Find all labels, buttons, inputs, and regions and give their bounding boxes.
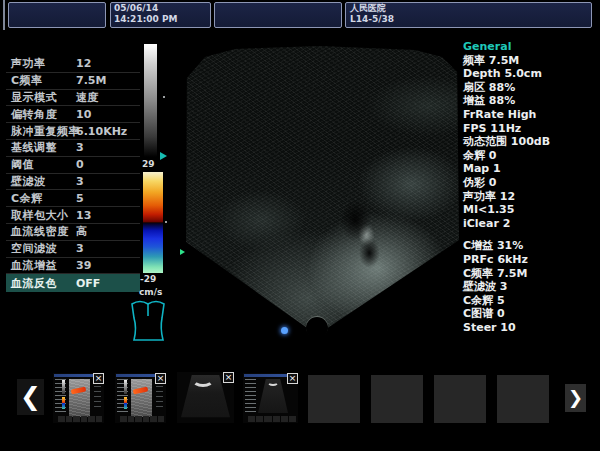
probe-model: L14-5/38 (350, 14, 394, 25)
datetime-time: 14:21:00 PM (114, 14, 177, 25)
param-label: 阈值 (11, 157, 34, 172)
param-row-8[interactable]: C余辉5 (6, 190, 140, 207)
thumb-ministrip (248, 416, 296, 422)
param-row-7[interactable]: 壁滤波3 (6, 174, 140, 191)
thumb-us-area (69, 379, 90, 417)
thumb-graybar (124, 380, 127, 394)
param-value: 13 (76, 209, 91, 222)
close-icon[interactable]: × (155, 373, 166, 384)
param-value: 速度 (76, 90, 98, 105)
body-marker-icon[interactable] (126, 296, 172, 350)
color-param-line-5: C图谱 0 (463, 307, 595, 321)
thumb-right-text (156, 381, 163, 411)
thumbnail-slot-empty-2 (371, 375, 423, 423)
general-param-line-9: 伪彩 0 (463, 176, 595, 190)
filmstrip-next-button[interactable]: ❯ (565, 384, 586, 412)
thumbnail-clip-2[interactable]: × (115, 373, 166, 423)
param-row-6[interactable]: 阈值0 (6, 157, 140, 174)
param-row-2[interactable]: 显示模式速度 (6, 90, 140, 107)
general-param-line-12: iClear 2 (463, 217, 595, 231)
close-icon[interactable]: × (93, 373, 104, 384)
param-label: 声功率 (11, 56, 46, 71)
close-icon[interactable]: × (223, 372, 234, 383)
probe-apex-notch (306, 317, 328, 339)
ultrasound-screen: 05/06/14 14:21:00 PM 人民医院 L14-5/38 声功率12… (0, 0, 600, 451)
close-icon[interactable]: × (287, 373, 298, 384)
param-value: 10 (76, 108, 91, 121)
param-row-12[interactable]: 血流增益39 (6, 258, 140, 275)
general-param-line-2: 扇区 88% (463, 81, 595, 95)
right-panel-title: General (463, 40, 595, 54)
thumbnail-slot-empty-3 (434, 375, 486, 423)
velocity-max-label: 29 (142, 159, 155, 169)
param-value: 3 (76, 141, 84, 154)
thumbnail-slot-empty-1 (308, 375, 360, 423)
param-label: 取样包大小 (11, 208, 69, 223)
param-row-0[interactable]: 声功率12 (6, 56, 140, 73)
parameter-panel-right: General频率 7.5MDepth 5.0cm扇区 88%增益 88%FrR… (463, 40, 595, 334)
param-value: 39 (76, 259, 91, 272)
general-param-line-6: 动态范围 100dB (463, 135, 595, 149)
thumb-ministrip (120, 416, 164, 422)
param-value: 6.10KHz (76, 125, 127, 138)
thumbnail-clip-3[interactable]: × (177, 372, 234, 423)
param-label: 显示模式 (11, 90, 57, 105)
thumb-probe-arc (267, 377, 279, 386)
color-param-line-4: C余辉 5 (463, 294, 595, 308)
general-param-line-4: FrRate High (463, 108, 595, 122)
param-label: 空间滤波 (11, 241, 57, 256)
param-row-9[interactable]: 取样包大小13 (6, 207, 140, 224)
param-label: 血流增益 (11, 258, 57, 273)
color-param-line-0: C增益 31% (463, 239, 595, 253)
param-label: 血流线密度 (11, 224, 69, 239)
sample-point-marker (281, 327, 288, 334)
filmstrip-prev-button[interactable]: ❮ (17, 379, 44, 415)
thumbnail-slot-empty-4 (497, 375, 549, 423)
color-param-line-2: C频率 7.5M (463, 267, 595, 281)
general-param-line-10: 声功率 12 (463, 190, 595, 204)
color-param-line-3: 壁滤波 3 (463, 280, 595, 294)
param-value: 3 (76, 175, 84, 188)
datetime-date: 05/06/14 (114, 3, 158, 14)
param-label: C余辉 (11, 191, 43, 206)
param-label: 壁滤波 (11, 174, 46, 189)
thumbnail-clip-1[interactable]: × (53, 373, 104, 423)
param-value: 5 (76, 192, 84, 205)
general-param-line-8: Map 1 (463, 162, 595, 176)
focus-marker-dot (163, 96, 165, 98)
color-param-line-6: Steer 10 (463, 321, 595, 335)
param-row-4[interactable]: 脉冲重复频率6.10KHz (6, 123, 140, 140)
param-row-1[interactable]: C频率7.5M (6, 73, 140, 90)
thumbnail-clip-4[interactable]: × (243, 373, 298, 423)
general-param-line-11: MI<1.35 (463, 203, 595, 217)
param-value: 7.5M (76, 74, 106, 87)
param-row-10[interactable]: 血流线密度高 (6, 224, 140, 241)
parameter-panel-left: 声功率12C频率7.5M显示模式速度偏转角度10脉冲重复频率6.10KHz基线调… (6, 56, 140, 292)
param-label: 脉冲重复频率 (11, 124, 80, 139)
velocity-min-label: -29 (140, 274, 156, 284)
param-row-3[interactable]: 偏转角度10 (6, 106, 140, 123)
edge-caliper-icon (180, 249, 185, 255)
screen-edge-line (3, 0, 5, 30)
hospital-name: 人民医院 (350, 3, 386, 14)
thumb-left-text (245, 379, 256, 413)
param-label: 基线调整 (11, 140, 57, 155)
general-param-line-0: 频率 7.5M (463, 54, 595, 68)
topbar-middle-box (214, 2, 342, 28)
param-label: 血流反色 (11, 276, 57, 291)
color-param-line-1: PRFc 6kHz (463, 253, 595, 267)
param-value: 0 (76, 158, 84, 171)
param-row-11[interactable]: 空间滤波3 (6, 241, 140, 258)
topbar-empty-box (8, 2, 106, 28)
param-label: C频率 (11, 73, 43, 88)
gain-cursor-icon[interactable] (160, 152, 167, 160)
general-param-line-3: 增益 88% (463, 94, 595, 108)
thumb-graybar (62, 380, 65, 394)
param-row-13[interactable]: 血流反色OFF (6, 274, 140, 292)
thumb-right-text (94, 381, 101, 411)
thumb-ministrip (58, 416, 102, 422)
param-value: 3 (76, 242, 84, 255)
right-panel-gap (463, 230, 595, 239)
param-row-5[interactable]: 基线调整3 (6, 140, 140, 157)
ultrasound-image[interactable] (183, 40, 461, 340)
